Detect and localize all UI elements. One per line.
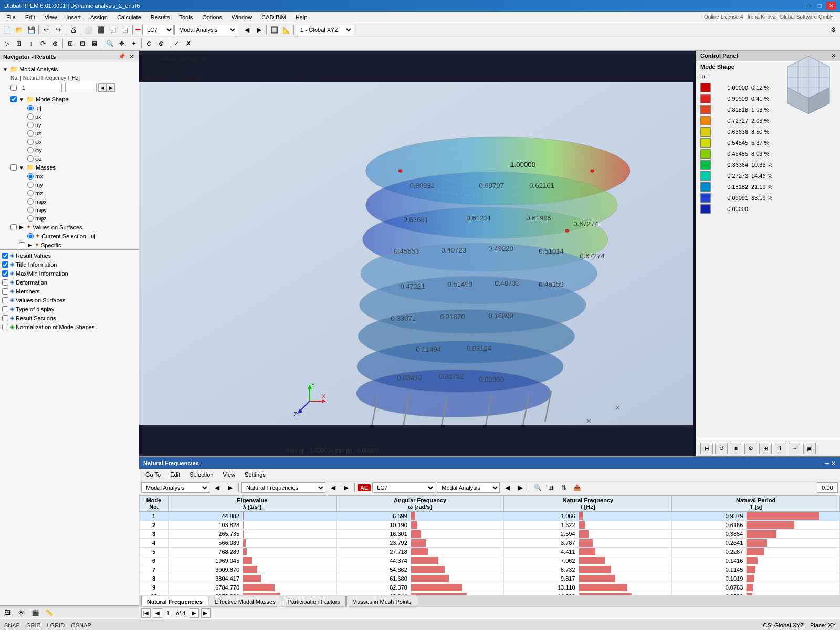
nav-pin-btn[interactable]: 📌 xyxy=(118,52,126,61)
nav-phi-z[interactable]: φz xyxy=(0,154,139,163)
tb2-1[interactable]: ▷ xyxy=(1,38,13,49)
status-lgrid[interactable]: LGRID xyxy=(47,622,65,628)
tb2-15[interactable]: ✗ xyxy=(183,38,194,49)
tb2-6[interactable]: ⊞ xyxy=(65,38,76,49)
nav-mpy[interactable]: mφy xyxy=(0,206,139,214)
view-btn-4[interactable]: ◲ xyxy=(119,24,131,36)
toolbar-extra-1[interactable]: ⚙ xyxy=(827,24,839,36)
title-info-check[interactable] xyxy=(2,261,8,268)
bp-value-input[interactable] xyxy=(817,482,838,493)
new-button[interactable]: 📄 xyxy=(1,24,13,36)
status-osnap[interactable]: OSNAP xyxy=(71,622,91,628)
radio-mz[interactable] xyxy=(27,190,34,196)
radio-ux[interactable] xyxy=(27,113,34,120)
nav-specific[interactable]: ▶ ✦ Specific xyxy=(0,240,139,249)
tab-natural-frequencies[interactable]: Natural Frequencies xyxy=(141,596,208,606)
nav-phi-y[interactable]: φy xyxy=(0,146,139,154)
tab-effective-modal[interactable]: Effective Modal Masses xyxy=(209,596,281,606)
tb2-3[interactable]: ↕ xyxy=(25,38,37,49)
wire-btn[interactable]: 📐 xyxy=(280,24,292,36)
bp-search-btn[interactable]: 🔍 xyxy=(532,482,543,494)
freq-hz-input[interactable]: 1.066 xyxy=(65,83,97,92)
tb2-2[interactable]: ⊞ xyxy=(13,38,25,49)
menu-view[interactable]: View xyxy=(40,13,61,22)
nav-mpz[interactable]: mφz xyxy=(0,214,139,223)
cp-grid-btn-2[interactable]: ⊞ xyxy=(759,443,772,454)
radio-phi-z[interactable] xyxy=(27,155,34,162)
nav-max-min[interactable]: ◈ Max/Min Information xyxy=(0,269,139,278)
radio-my[interactable] xyxy=(27,182,34,188)
tb2-5[interactable]: ⊕ xyxy=(49,38,61,49)
nav-modal-analysis[interactable]: ▼ 📁 Modal Analysis xyxy=(0,65,139,74)
nav-mx[interactable]: mx xyxy=(0,172,139,181)
nav-mode-shape[interactable]: ▼ 📁 Mode Shape xyxy=(0,94,139,104)
vals-surf-check[interactable] xyxy=(10,224,17,230)
page-prev-btn[interactable]: ◀ xyxy=(153,608,162,618)
result-values-check[interactable] xyxy=(2,253,8,259)
page-first-btn[interactable]: |◀ xyxy=(141,608,151,618)
nav-cube[interactable] xyxy=(777,51,840,114)
bp-filter-btn[interactable]: ⊞ xyxy=(545,482,556,494)
bp-analysis-prev[interactable]: ◀ xyxy=(501,482,513,494)
tb2-7[interactable]: ⊟ xyxy=(77,38,88,49)
cp-panel-btn[interactable]: ▣ xyxy=(803,443,816,454)
tab-participation[interactable]: Participation Factors xyxy=(282,596,346,606)
radio-curr-sel[interactable] xyxy=(27,233,34,239)
nav-mpx[interactable]: mφx xyxy=(0,197,139,206)
freq-next-btn[interactable]: ▶ xyxy=(107,83,115,92)
view-btn-3[interactable]: ◱ xyxy=(107,24,119,36)
table-row[interactable]: 1 44.882 6.699 1.066 0.9379 xyxy=(140,512,840,521)
max-min-check[interactable] xyxy=(2,270,8,277)
tb2-4[interactable]: ⟳ xyxy=(37,38,49,49)
bp-minimize-btn[interactable]: ─ xyxy=(825,460,829,467)
nav-uy[interactable]: uy xyxy=(0,121,139,129)
mode-shape-check[interactable] xyxy=(10,96,17,102)
save-button[interactable]: 💾 xyxy=(25,24,37,36)
radio-mx[interactable] xyxy=(27,173,34,180)
nav-result-values[interactable]: ◈ Result Values xyxy=(0,251,139,260)
bp-next-btn[interactable]: ▶ xyxy=(224,482,236,494)
bp-menu-view[interactable]: View xyxy=(218,470,239,479)
freq-value-input[interactable] xyxy=(20,83,62,92)
cp-arrow-btn[interactable]: → xyxy=(789,443,801,454)
view-btn-2[interactable]: ⬛ xyxy=(95,24,107,36)
normalization-check[interactable] xyxy=(2,324,8,330)
radio-phi-y[interactable] xyxy=(27,147,34,153)
freq-checkbox[interactable] xyxy=(10,85,17,91)
nav-members-section[interactable]: ◈ Members xyxy=(0,287,139,296)
cp-table-btn[interactable]: ⊟ xyxy=(700,443,713,454)
bp-lc-dropdown[interactable]: Modal Analysis xyxy=(141,482,209,493)
tb2-13[interactable]: ⊚ xyxy=(155,38,167,49)
table-row[interactable]: 8 3804.417 61.680 9.817 0.1019 xyxy=(140,574,840,583)
tb2-12[interactable]: ⊙ xyxy=(143,38,155,49)
lp-btn-1[interactable]: 🖼 xyxy=(2,607,14,618)
specific-check[interactable] xyxy=(19,242,25,248)
lp-btn-4[interactable]: 📏 xyxy=(43,607,55,618)
radio-phi-x[interactable] xyxy=(27,139,34,145)
bp-export-btn[interactable]: 📤 xyxy=(571,482,583,494)
print-button[interactable]: 🖨 xyxy=(68,24,79,36)
page-last-btn[interactable]: ▶| xyxy=(201,608,211,618)
close-button[interactable]: ✕ xyxy=(826,2,836,10)
lp-btn-3[interactable]: 🎬 xyxy=(29,607,41,618)
nav-phi-x[interactable]: φx xyxy=(0,138,139,146)
tb2-8[interactable]: ⊠ xyxy=(89,38,100,49)
page-next-btn[interactable]: ▶ xyxy=(190,608,199,618)
freq-prev-btn[interactable]: ◀ xyxy=(98,83,107,92)
nav-ux[interactable]: ux xyxy=(0,112,139,121)
menu-calculate[interactable]: Calculate xyxy=(113,13,145,22)
cp-list-btn[interactable]: ≡ xyxy=(730,443,742,454)
bp-sort-btn[interactable]: ⇅ xyxy=(558,482,570,494)
bp-menu-selection[interactable]: Selection xyxy=(185,470,217,479)
tab-masses-mesh[interactable]: Masses in Mesh Points xyxy=(346,596,417,606)
members-check[interactable] xyxy=(2,288,8,295)
radio-uy[interactable] xyxy=(27,122,34,128)
menu-file[interactable]: File xyxy=(2,13,20,22)
status-snap[interactable]: SNAP xyxy=(4,622,20,628)
nav-deformation[interactable]: ◈ Deformation xyxy=(0,278,139,287)
lp-btn-2[interactable]: 👁 xyxy=(16,607,27,618)
vals-surf-check-2[interactable] xyxy=(2,297,8,303)
table-row[interactable]: 3 265.735 16.301 2.594 0.3854 xyxy=(140,530,840,539)
nav-u-abs[interactable]: |u| xyxy=(0,104,139,112)
next-result-btn[interactable]: ▶ xyxy=(253,24,265,36)
